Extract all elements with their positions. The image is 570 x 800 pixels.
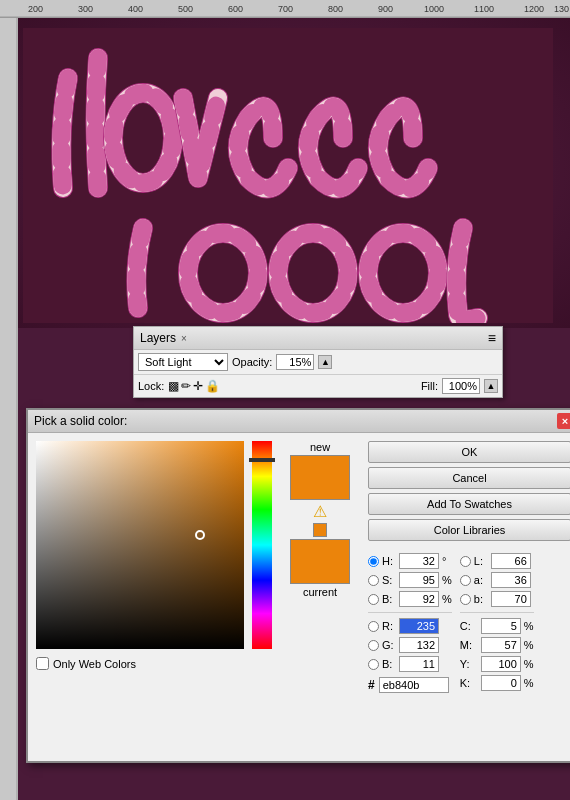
- cp-current-label: current: [303, 586, 337, 598]
- cp-a-row: a:: [460, 572, 534, 588]
- cp-s-radio[interactable]: [368, 575, 379, 586]
- cp-l-input[interactable]: [491, 553, 531, 569]
- cp-b2-input[interactable]: [399, 656, 439, 672]
- cp-r-input[interactable]: [399, 618, 439, 634]
- cp-b-input[interactable]: [399, 591, 439, 607]
- svg-text:900: 900: [378, 4, 393, 14]
- cp-titlebar: Pick a solid color: ×: [28, 410, 570, 433]
- layers-blend-row: Soft Light Opacity: ▲: [134, 350, 502, 375]
- cp-k-input[interactable]: [481, 675, 521, 691]
- cp-h-radio[interactable]: [368, 556, 379, 567]
- svg-text:300: 300: [78, 4, 93, 14]
- layers-lock-row: Lock: ▩ ✏ ✛ 🔒 Fill: ▲: [134, 375, 502, 397]
- cp-body: Only Web Colors new ⚠ current OK Can: [28, 433, 570, 760]
- cp-m-label: M:: [460, 639, 478, 651]
- svg-text:1000: 1000: [424, 4, 444, 14]
- layers-menu-icon[interactable]: ≡: [488, 330, 496, 346]
- only-web-colors-checkbox[interactable]: [36, 657, 49, 670]
- cp-m-row: M: %: [460, 637, 534, 653]
- cp-m-input[interactable]: [481, 637, 521, 653]
- cp-right-section: OK Cancel Add To Swatches Color Librarie…: [368, 441, 570, 752]
- cp-lab-cmyk-col: L: a: b:: [460, 553, 534, 693]
- cp-hex-row: #: [368, 677, 452, 693]
- svg-text:700: 700: [278, 4, 293, 14]
- cp-s-unit: %: [442, 574, 452, 586]
- cp-left-section: Only Web Colors: [36, 441, 244, 752]
- cp-a-radio[interactable]: [460, 575, 471, 586]
- cp-a-input[interactable]: [491, 572, 531, 588]
- lock-image-icon[interactable]: ✏: [181, 379, 191, 393]
- cp-new-label: new: [310, 441, 330, 453]
- lock-icons: ▩ ✏ ✛ 🔒: [168, 379, 220, 393]
- cp-b2-radio[interactable]: [368, 659, 379, 670]
- svg-text:1100: 1100: [474, 4, 494, 14]
- cp-h-label: H:: [382, 555, 396, 567]
- cp-cancel-button[interactable]: Cancel: [368, 467, 570, 489]
- opacity-row: Opacity: ▲: [232, 354, 332, 370]
- cp-a-label: a:: [474, 574, 488, 586]
- opacity-up-btn[interactable]: ▲: [318, 355, 332, 369]
- cp-l-radio[interactable]: [460, 556, 471, 567]
- canvas-area: .cc { stroke-width: 18; stroke-linecap: …: [18, 18, 570, 800]
- cp-y-label: Y:: [460, 658, 478, 670]
- cp-y-unit: %: [524, 658, 534, 670]
- cp-c-input[interactable]: [481, 618, 521, 634]
- candy-text-decoration: .cc { stroke-width: 18; stroke-linecap: …: [23, 28, 553, 323]
- cp-g-row: G:: [368, 637, 452, 653]
- lock-transparent-icon[interactable]: ▩: [168, 379, 179, 393]
- cp-title: Pick a solid color:: [34, 414, 127, 428]
- ruler-ticks-svg: 200 300 400 500 600 700 800 900 1000 110…: [0, 0, 570, 17]
- layers-close-icon: ×: [181, 333, 187, 344]
- cp-warn-swatch[interactable]: [313, 523, 327, 537]
- cp-b3-row: b:: [460, 591, 534, 607]
- cp-h-input[interactable]: [399, 553, 439, 569]
- blend-mode-select[interactable]: Soft Light: [138, 353, 228, 371]
- ruler-left: [0, 18, 18, 800]
- cp-s-row: S: %: [368, 572, 452, 588]
- cp-b3-radio[interactable]: [460, 594, 471, 605]
- layers-titlebar: Layers × ≡: [134, 327, 502, 350]
- cp-g-label: G:: [382, 639, 396, 651]
- cp-gradient-cursor: [195, 530, 205, 540]
- layers-title-group: Layers ×: [140, 331, 187, 345]
- cp-g-input[interactable]: [399, 637, 439, 653]
- cp-g-radio[interactable]: [368, 640, 379, 651]
- cp-h-row: H: °: [368, 553, 452, 569]
- cp-add-to-swatches-button[interactable]: Add To Swatches: [368, 493, 570, 515]
- cp-hex-hash: #: [368, 678, 375, 692]
- fill-input[interactable]: [442, 378, 480, 394]
- cp-k-row: K: %: [460, 675, 534, 691]
- cp-y-row: Y: %: [460, 656, 534, 672]
- cp-fields-section: H: ° S: % B:: [368, 553, 570, 693]
- cp-ok-button[interactable]: OK: [368, 441, 570, 463]
- cp-hue-slider[interactable]: [252, 441, 272, 649]
- lock-position-icon[interactable]: ✛: [193, 379, 203, 393]
- cp-new-color-swatch: [290, 455, 350, 500]
- cp-r-label: R:: [382, 620, 396, 632]
- cp-b3-input[interactable]: [491, 591, 531, 607]
- lock-label: Lock:: [138, 380, 164, 392]
- cp-color-libraries-button[interactable]: Color Libraries: [368, 519, 570, 541]
- layers-controls: ≡: [488, 330, 496, 346]
- opacity-input[interactable]: [276, 354, 314, 370]
- fill-up-btn[interactable]: ▲: [484, 379, 498, 393]
- cp-hsb-rgb-col: H: ° S: % B:: [368, 553, 452, 693]
- svg-rect-14: [0, 18, 18, 800]
- cp-l-row: L:: [460, 553, 534, 569]
- cp-l-label: L:: [474, 555, 488, 567]
- svg-text:130: 130: [554, 4, 569, 14]
- cp-close-button[interactable]: ×: [557, 413, 570, 429]
- cp-b-radio[interactable]: [368, 594, 379, 605]
- cp-hue-handle: [249, 458, 275, 462]
- ruler-top-inner: 200 300 400 500 600 700 800 900 1000 110…: [0, 0, 570, 17]
- cp-s-input[interactable]: [399, 572, 439, 588]
- lock-all-icon[interactable]: 🔒: [205, 379, 220, 393]
- layers-panel: Layers × ≡ Soft Light Opacity: ▲ Lock: ▩…: [133, 326, 503, 398]
- cp-r-radio[interactable]: [368, 621, 379, 632]
- cp-y-input[interactable]: [481, 656, 521, 672]
- cp-b3-label: b:: [474, 593, 488, 605]
- ruler-left-svg: [0, 18, 18, 800]
- cp-gradient-picker[interactable]: [36, 441, 244, 649]
- cp-c-row: C: %: [460, 618, 534, 634]
- cp-hex-input[interactable]: [379, 677, 449, 693]
